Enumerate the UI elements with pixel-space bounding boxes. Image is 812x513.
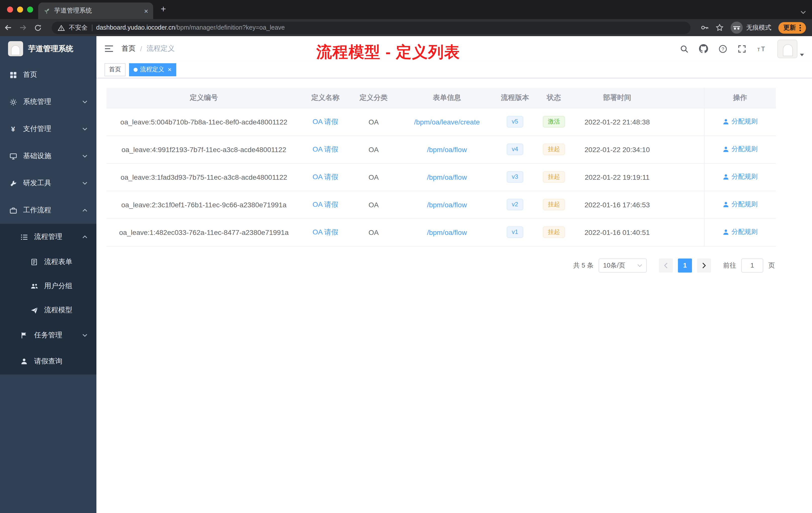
sidebar-item-dev-tools[interactable]: 研发工具 bbox=[0, 170, 96, 197]
user-avatar-menu[interactable] bbox=[777, 39, 804, 58]
password-key-icon[interactable] bbox=[700, 24, 708, 32]
tab-search-chevron-icon[interactable] bbox=[801, 7, 806, 16]
assign-rule-label: 分配规则 bbox=[732, 200, 758, 209]
sidebar-item-leave-query[interactable]: 请假查询 bbox=[0, 349, 96, 374]
fullscreen-icon[interactable] bbox=[738, 44, 746, 53]
security-label: 不安全 bbox=[69, 23, 88, 32]
browser-tab[interactable]: 芋道管理系统 × bbox=[38, 2, 153, 19]
sidebar-item-label: 用户分组 bbox=[44, 281, 87, 291]
assign-rule-button[interactable]: 分配规则 bbox=[723, 173, 758, 181]
toolbar-right-cluster: 无痕模式 更新 bbox=[700, 22, 806, 34]
sidebar-item-task-management[interactable]: 任务管理 bbox=[0, 322, 96, 349]
sidebar-item-process-model[interactable]: 流程模型 bbox=[0, 298, 96, 322]
sidebar-item-process-management[interactable]: 流程管理 bbox=[0, 224, 96, 250]
omnibox-divider bbox=[92, 24, 92, 31]
update-button[interactable]: 更新 bbox=[778, 22, 806, 33]
sidebar-item-home[interactable]: 首页 bbox=[0, 61, 96, 88]
person-icon bbox=[723, 174, 729, 180]
definition-id: oa_leave:2:3c1f0ef1-76b1-11ec-9c66-a2380… bbox=[107, 191, 301, 218]
help-icon[interactable]: ? bbox=[719, 44, 727, 53]
form-link[interactable]: /bpm/oa/flow bbox=[427, 228, 467, 236]
github-icon[interactable] bbox=[699, 44, 708, 53]
font-size-icon[interactable]: TT bbox=[757, 45, 767, 53]
definition-name-link[interactable]: OA 请假 bbox=[313, 228, 339, 236]
sidebar-item-workflow[interactable]: 工作流程 bbox=[0, 197, 96, 224]
tag-close-icon[interactable]: × bbox=[168, 66, 172, 73]
forward-button[interactable] bbox=[19, 24, 27, 32]
close-window-button[interactable] bbox=[7, 6, 13, 12]
definition-name-link[interactable]: OA 请假 bbox=[313, 173, 339, 180]
page-size-value: 10条/页 bbox=[603, 261, 625, 270]
deploy-time: 2022-01-16 17:46:53 bbox=[574, 191, 660, 218]
briefcase-icon bbox=[9, 207, 17, 214]
security-warning-icon[interactable] bbox=[58, 24, 65, 31]
definition-category: OA bbox=[349, 191, 398, 218]
address-bar[interactable]: 不安全 dashboard.yudao.iocoder.cn/bpm/manag… bbox=[52, 21, 691, 34]
form-link[interactable]: /bpm/oa/flow bbox=[427, 145, 467, 153]
sidebar-item-label: 流程管理 bbox=[34, 233, 76, 241]
sidebar-item-user-group[interactable]: 用户分组 bbox=[0, 274, 96, 298]
bookmark-star-icon[interactable] bbox=[716, 24, 724, 32]
url-path: /bpm/manager/definition?key=oa_leave bbox=[175, 24, 285, 31]
sidebar-item-payment[interactable]: ¥ 支付管理 bbox=[0, 116, 96, 143]
tab-close-icon[interactable]: × bbox=[144, 7, 148, 14]
page-number-1[interactable]: 1 bbox=[678, 258, 692, 272]
sidebar-item-label: 流程表单 bbox=[44, 258, 87, 267]
sidebar: 芋道管理系统 首页 系统管理 ¥ 支付管理 基础设施 bbox=[0, 36, 96, 513]
zoom-window-button[interactable] bbox=[27, 6, 33, 12]
svg-text:T: T bbox=[761, 45, 765, 53]
dashboard-icon bbox=[9, 71, 17, 79]
avatar[interactable] bbox=[777, 39, 798, 58]
minimize-window-button[interactable] bbox=[17, 6, 23, 12]
deploy-time: 2022-01-22 20:34:10 bbox=[574, 135, 660, 163]
search-icon[interactable] bbox=[680, 44, 689, 53]
chevron-down-icon bbox=[82, 100, 87, 103]
browser-menu-kebab-icon[interactable] bbox=[800, 24, 801, 31]
definition-category: OA bbox=[349, 108, 398, 135]
annotation-title: 流程模型 - 定义列表 bbox=[316, 42, 460, 63]
reload-button[interactable] bbox=[34, 24, 42, 31]
assign-rule-label: 分配规则 bbox=[732, 117, 758, 126]
new-tab-button[interactable]: + bbox=[161, 4, 166, 14]
page-size-select[interactable]: 10条/页 bbox=[599, 258, 647, 272]
form-link[interactable]: /bpm/oa/flow bbox=[427, 173, 467, 181]
browser-tab-strip: 芋道管理系统 × + bbox=[0, 0, 812, 19]
version-badge: v1 bbox=[507, 227, 523, 238]
sidebar-item-system[interactable]: 系统管理 bbox=[0, 88, 96, 116]
svg-text:T: T bbox=[757, 47, 760, 52]
definition-table: 定义编号 定义名称 定义分类 表单信息 流程版本 状态 部署时间 操作 oa_l… bbox=[107, 88, 776, 246]
breadcrumb: 首页 / 流程定义 bbox=[121, 44, 175, 53]
main-content: 定义编号 定义名称 定义分类 表单信息 流程版本 状态 部署时间 操作 oa_l… bbox=[96, 79, 812, 513]
definition-name-link[interactable]: OA 请假 bbox=[313, 145, 339, 153]
hamburger-icon[interactable] bbox=[105, 45, 114, 52]
definition-name-link[interactable]: OA 请假 bbox=[313, 200, 339, 208]
sidebar-item-infrastructure[interactable]: 基础设施 bbox=[0, 143, 96, 170]
assign-rule-button[interactable]: 分配规则 bbox=[723, 117, 758, 126]
sidebar-item-label: 任务管理 bbox=[34, 331, 76, 340]
chevron-down-icon bbox=[82, 182, 87, 185]
breadcrumb-home[interactable]: 首页 bbox=[121, 44, 136, 53]
incognito-indicator: 无痕模式 bbox=[731, 22, 771, 34]
assign-rule-button[interactable]: 分配规则 bbox=[723, 200, 758, 209]
spacer-cell bbox=[660, 108, 704, 135]
breadcrumb-separator: / bbox=[140, 45, 142, 53]
person-icon bbox=[20, 358, 28, 365]
person-icon bbox=[723, 118, 729, 125]
next-page-button[interactable] bbox=[697, 258, 711, 272]
tag-process-definition[interactable]: 流程定义 × bbox=[129, 63, 176, 76]
version-badge: v2 bbox=[507, 199, 523, 210]
jump-suffix-label: 页 bbox=[768, 261, 775, 270]
deploy-time: 2022-01-22 19:19:11 bbox=[574, 163, 660, 191]
jump-page-input[interactable] bbox=[741, 258, 763, 272]
back-button[interactable] bbox=[4, 24, 12, 32]
tag-home[interactable]: 首页 bbox=[105, 63, 125, 76]
form-link[interactable]: /bpm/oa/leave/create bbox=[414, 118, 480, 126]
sidebar-logo[interactable]: 芋道管理系统 bbox=[0, 36, 96, 61]
form-link[interactable]: /bpm/oa/flow bbox=[427, 201, 467, 209]
assign-rule-button[interactable]: 分配规则 bbox=[723, 145, 758, 154]
sidebar-item-process-form[interactable]: 流程表单 bbox=[0, 250, 96, 274]
assign-rule-button[interactable]: 分配规则 bbox=[723, 228, 758, 237]
definition-name-link[interactable]: OA 请假 bbox=[313, 117, 339, 125]
prev-page-button[interactable] bbox=[659, 258, 673, 272]
jump-prefix-label: 前往 bbox=[723, 261, 736, 270]
